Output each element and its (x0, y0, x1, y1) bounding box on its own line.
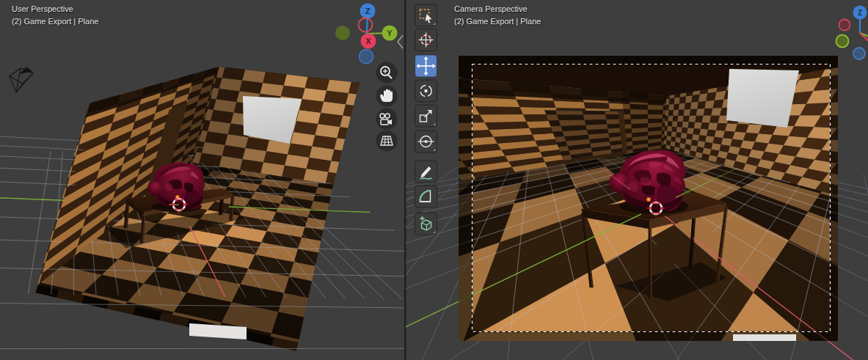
svg-text:Z: Z (858, 9, 862, 17)
svg-text:X: X (365, 37, 371, 45)
svg-text:Y: Y (387, 29, 393, 37)
svg-text:Z: Z (365, 7, 371, 15)
